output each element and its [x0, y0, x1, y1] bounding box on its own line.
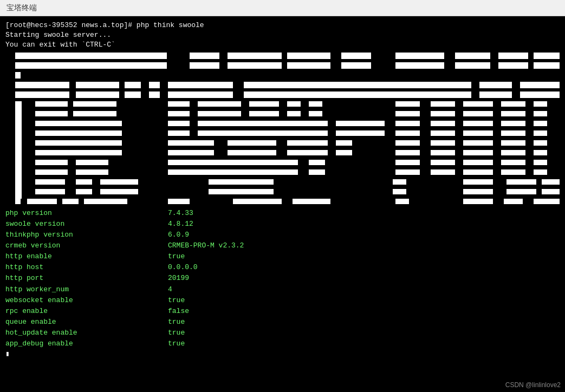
status-row: thinkphp version6.0.9: [5, 230, 560, 240]
status-row: app_debug enabletrue: [5, 338, 560, 349]
status-key: thinkphp version: [5, 230, 168, 240]
status-value: 20199: [168, 273, 189, 284]
prompt-line: [root@hecs-395352 news.a.top]# php think…: [5, 21, 560, 30]
status-key: queue enable: [5, 317, 168, 328]
status-row: http enable true: [5, 251, 560, 262]
status-key: http host: [5, 262, 168, 273]
start-line: Starting swoole server...: [5, 30, 560, 40]
title-bar: 宝塔终端: [0, 0, 565, 16]
status-row: hot_update enabletrue: [5, 328, 560, 338]
status-row: websocket enabletrue: [5, 295, 560, 306]
status-value: true: [168, 338, 185, 349]
status-value: 0.0.0.0: [168, 262, 198, 273]
status-key: hot_update enable: [5, 328, 168, 338]
status-row: http worker_num 4: [5, 284, 560, 295]
status-key: websocket enable: [5, 295, 168, 306]
status-value: 4.8.12: [168, 219, 193, 230]
status-key: swoole version: [5, 219, 168, 230]
status-value: true: [168, 328, 185, 338]
status-key: php version: [5, 208, 168, 219]
status-row: swoole version4.8.12: [5, 219, 560, 230]
status-value: CRMEB-PRO-M v2.3.2: [168, 240, 244, 251]
status-key: http worker_num: [5, 284, 168, 295]
status-row: http host 0.0.0.0: [5, 262, 560, 273]
terminal: [root@hecs-395352 news.a.top]# php think…: [0, 16, 565, 392]
ascii-banner: [5, 51, 560, 206]
exit-hint-line: You can exit with `CTRL-C`: [5, 40, 560, 50]
status-row: crmeb versionCRMEB-PRO-M v2.3.2: [5, 240, 560, 251]
status-row: queue enable true: [5, 317, 560, 328]
status-value: 4: [168, 284, 172, 295]
status-key: http enable: [5, 251, 168, 262]
status-value: true: [168, 295, 185, 306]
status-row: php version7.4.33: [5, 208, 560, 219]
status-value: 7.4.33: [168, 208, 193, 219]
status-key: crmeb version: [5, 240, 168, 251]
status-value: true: [168, 251, 185, 262]
status-value: true: [168, 317, 185, 328]
watermark: CSDN @linlinlove2: [505, 381, 561, 389]
title-label: 宝塔终端: [7, 3, 37, 13]
status-row: rpc enable false: [5, 306, 560, 317]
status-key: http port: [5, 273, 168, 284]
status-key: rpc enable: [5, 306, 168, 317]
cursor-line: ▮: [5, 349, 560, 358]
status-row: http port 20199: [5, 273, 560, 284]
status-section: php version7.4.33swoole version4.8.12thi…: [5, 208, 560, 350]
status-value: false: [168, 306, 189, 317]
status-key: app_debug enable: [5, 338, 168, 349]
status-value: 6.0.9: [168, 230, 189, 240]
